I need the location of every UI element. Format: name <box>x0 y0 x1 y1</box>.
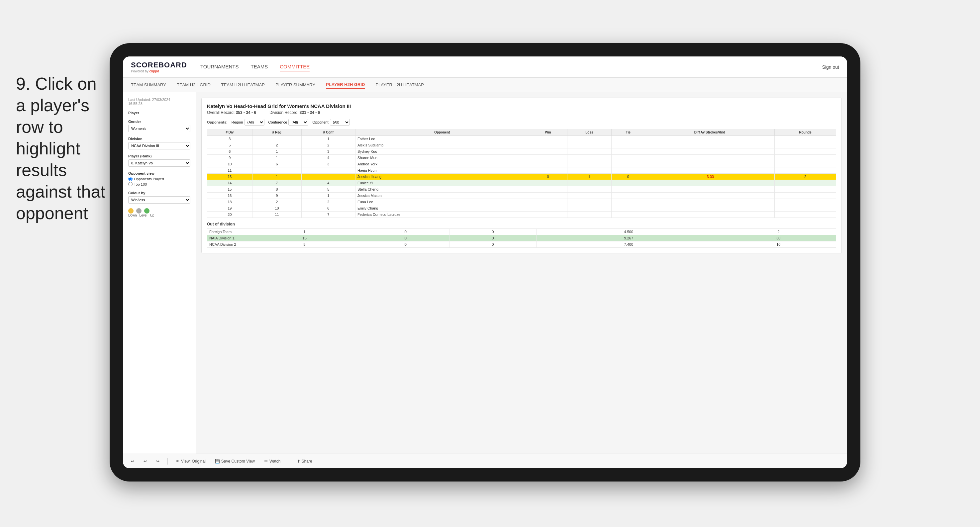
player-rank-select[interactable]: 8. Katelyn Vo <box>128 159 190 167</box>
save-custom-btn[interactable]: 💾 Save Custom View <box>212 457 258 465</box>
cell-name: Eunice Yi <box>355 180 529 186</box>
cell-loss <box>567 199 612 205</box>
cell-name: Stella Cheng <box>355 186 529 193</box>
cell-rounds <box>775 155 836 161</box>
table-row[interactable]: 16 9 1 Jessica Mason <box>207 193 836 199</box>
colour-select[interactable]: Win/loss <box>128 196 190 203</box>
cell-loss <box>567 161 612 167</box>
out-cell-name: NAIA Division 1 <box>207 235 247 241</box>
region-select[interactable]: (All) <box>245 119 264 125</box>
cell-conf <box>301 174 355 180</box>
cell-name: Andrea York <box>355 161 529 167</box>
out-cell-rounds: 10 <box>721 241 836 248</box>
cell-rounds <box>775 186 836 193</box>
tab-player-h2h-grid[interactable]: PLAYER H2H GRID <box>326 81 365 89</box>
tab-team-summary[interactable]: TEAM SUMMARY <box>131 81 166 89</box>
region-filter: Region (All) <box>232 119 264 125</box>
out-of-division-header: Out of division <box>207 222 836 227</box>
cell-conf: 2 <box>301 142 355 148</box>
redo-btn[interactable]: ↩ <box>141 457 150 465</box>
out-cell-diff: 4.500 <box>536 229 721 235</box>
cell-tie <box>612 148 645 155</box>
table-row[interactable]: 3 1 Esther Lee <box>207 136 836 142</box>
cell-rounds <box>775 211 836 218</box>
tab-player-h2h-heatmap[interactable]: PLAYER H2H HEATMAP <box>375 81 423 89</box>
save-icon: 💾 <box>215 459 220 464</box>
down-dot <box>128 208 134 214</box>
table-row[interactable]: 19 10 6 Emily Chang <box>207 205 836 211</box>
table-row[interactable]: 14 7 4 Eunice Yi <box>207 180 836 186</box>
tab-team-h2h-heatmap[interactable]: TEAM H2H HEATMAP <box>221 81 265 89</box>
cell-conf: 2 <box>301 199 355 205</box>
out-cell-win: 15 <box>247 235 362 241</box>
cell-conf: 5 <box>301 186 355 193</box>
opponents-played-radio[interactable] <box>128 177 132 181</box>
cell-diff <box>645 180 775 186</box>
view-original-label: View: Original <box>181 459 206 464</box>
cell-win <box>529 180 567 186</box>
tablet-screen: SCOREBOARD Powered by clippd TOURNAMENTS… <box>123 56 847 468</box>
watch-btn[interactable]: 👁 Watch <box>261 457 283 465</box>
out-table-row[interactable]: Foreign Team 1 0 0 4.500 2 <box>207 229 836 235</box>
table-row[interactable]: 9 1 4 Sharon Mun <box>207 155 836 161</box>
col-win: Win <box>529 129 567 136</box>
logo-text: SCOREBOARD <box>131 61 187 70</box>
top100-option[interactable]: Top 100 <box>128 182 190 186</box>
conference-select[interactable]: (All) <box>288 119 308 125</box>
out-table-row[interactable]: NAIA Division 1 15 0 0 9.267 30 <box>207 235 836 241</box>
col-div: # Div <box>207 129 253 136</box>
opponent-select[interactable]: (All) <box>330 119 350 125</box>
table-row[interactable]: 18 2 2 Euna Lee <box>207 199 836 205</box>
division-select[interactable]: NCAA Division III <box>128 142 190 149</box>
nav-teams[interactable]: TEAMS <box>250 62 268 71</box>
cell-diff <box>645 205 775 211</box>
table-row[interactable]: 11 Haeju Hyun <box>207 167 836 174</box>
cell-div: 13 <box>207 174 253 180</box>
table-row[interactable]: 6 1 3 Sydney Kuo <box>207 148 836 155</box>
division-record: Division Record: 331 - 34 - 6 <box>269 110 320 115</box>
cell-reg <box>252 136 301 142</box>
out-table-row[interactable]: NCAA Division 2 5 0 0 7.400 10 <box>207 241 836 248</box>
cell-name: Emily Chang <box>355 205 529 211</box>
tab-player-summary[interactable]: PLAYER SUMMARY <box>275 81 315 89</box>
opponents-played-option[interactable]: Opponents Played <box>128 177 190 181</box>
out-cell-loss: 0 <box>362 235 449 241</box>
table-row[interactable]: 10 6 3 Andrea York <box>207 161 836 167</box>
gender-select[interactable]: Women's <box>128 125 190 132</box>
colour-section: Colour by Win/loss <box>128 191 190 203</box>
table-row[interactable]: 20 11 7 Federica Domecq Lacroze <box>207 211 836 218</box>
cell-diff <box>645 155 775 161</box>
nav-tournaments[interactable]: TOURNAMENTS <box>200 62 239 71</box>
out-cell-diff: 7.400 <box>536 241 721 248</box>
table-row[interactable]: 5 2 2 Alexis Sudjianto <box>207 142 836 148</box>
table-row[interactable]: 15 8 5 Stella Cheng <box>207 186 836 193</box>
cell-reg: 8 <box>252 186 301 193</box>
cell-reg: 6 <box>252 161 301 167</box>
cell-reg: 1 <box>252 174 301 180</box>
cell-tie <box>612 155 645 161</box>
sub-nav: TEAM SUMMARY TEAM H2H GRID TEAM H2H HEAT… <box>123 78 847 92</box>
cell-rounds <box>775 136 836 142</box>
cell-loss <box>567 180 612 186</box>
top100-radio[interactable] <box>128 182 132 186</box>
separator2 <box>289 458 289 465</box>
separator1 <box>167 458 168 465</box>
cell-reg <box>252 167 301 174</box>
redo2-btn[interactable]: ↪ <box>153 457 162 465</box>
cell-conf: 3 <box>301 161 355 167</box>
nav-committee[interactable]: COMMITTEE <box>280 62 310 71</box>
player-rank-label: Player (Rank) <box>128 154 190 158</box>
undo-btn[interactable]: ↩ <box>128 457 137 465</box>
cell-loss <box>567 148 612 155</box>
tab-team-h2h-grid[interactable]: TEAM H2H GRID <box>177 81 211 89</box>
instruction-body: Click on a player's row to highlight res… <box>16 74 105 223</box>
share-btn[interactable]: ⬆ Share <box>294 457 315 465</box>
cell-loss <box>567 193 612 199</box>
cell-div: 3 <box>207 136 253 142</box>
sign-out-link[interactable]: Sign out <box>822 64 839 70</box>
view-original-btn[interactable]: 👁 View: Original <box>173 457 208 465</box>
out-cell-tie: 0 <box>449 229 536 235</box>
cell-diff <box>645 167 775 174</box>
cell-diff <box>645 199 775 205</box>
table-row[interactable]: 13 1 Jessica Huang 0 1 0 -3.00 2 <box>207 174 836 180</box>
